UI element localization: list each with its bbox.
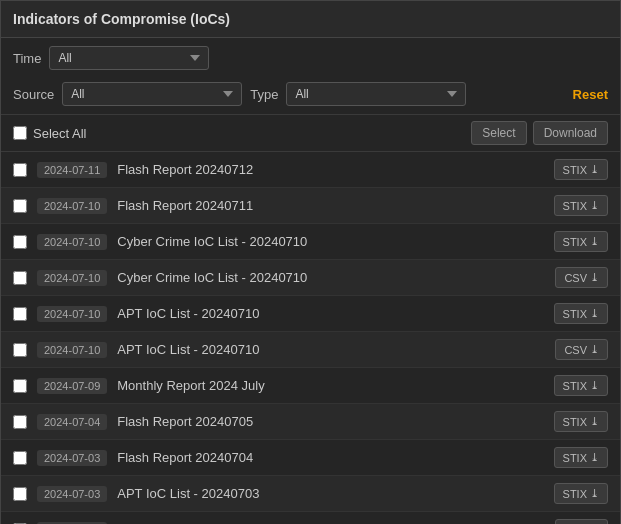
download-format-button[interactable]: STIX ⤓ [554,303,608,324]
row-name: APT IoC List - 20240710 [117,306,543,321]
download-icon: ⤓ [590,487,599,500]
toolbar: Select All Select Download [1,115,620,152]
download-icon: ⤓ [590,379,599,392]
download-format-button[interactable]: CSV ⤓ [555,519,608,524]
row-checkbox[interactable] [13,487,27,501]
row-checkbox[interactable] [13,379,27,393]
row-date: 2024-07-10 [37,198,107,214]
download-icon: ⤓ [590,343,599,356]
panel-title: Indicators of Compromise (IoCs) [1,1,620,38]
table-row: 2024-07-10 Cyber Crime IoC List - 202407… [1,224,620,260]
reset-button[interactable]: Reset [573,87,608,102]
format-label: CSV [564,272,587,284]
download-icon: ⤓ [590,235,599,248]
row-checkbox[interactable] [13,307,27,321]
row-name: APT IoC List - 20240710 [117,342,545,357]
table-row: 2024-07-10 Cyber Crime IoC List - 202407… [1,260,620,296]
row-checkbox[interactable] [13,163,27,177]
row-name: Flash Report 20240704 [117,450,543,465]
source-label: Source [13,87,54,102]
select-button[interactable]: Select [471,121,526,145]
table-row: 2024-07-10 APT IoC List - 20240710 CSV ⤓ [1,332,620,368]
table-row: 2024-07-03 Flash Report 20240704 STIX ⤓ [1,440,620,476]
select-all-checkbox[interactable] [13,126,27,140]
download-format-button[interactable]: STIX ⤓ [554,447,608,468]
download-format-button[interactable]: CSV ⤓ [555,339,608,360]
row-name: Flash Report 20240705 [117,414,543,429]
type-select[interactable]: All [286,82,466,106]
row-date: 2024-07-09 [37,378,107,394]
download-button[interactable]: Download [533,121,608,145]
row-date: 2024-07-10 [37,342,107,358]
row-name: Cyber Crime IoC List - 20240710 [117,234,543,249]
time-label: Time [13,51,41,66]
table-row: 2024-07-04 Flash Report 20240705 STIX ⤓ [1,404,620,440]
table-row: 2024-07-03 APT IoC List - 20240703 CSV ⤓ [1,512,620,524]
download-icon: ⤓ [590,307,599,320]
download-icon: ⤓ [590,199,599,212]
download-format-button[interactable]: STIX ⤓ [554,231,608,252]
format-label: STIX [563,380,587,392]
download-icon: ⤓ [590,451,599,464]
row-date: 2024-07-10 [37,234,107,250]
row-checkbox[interactable] [13,199,27,213]
row-name: Flash Report 20240712 [117,162,543,177]
download-format-button[interactable]: STIX ⤓ [554,375,608,396]
row-checkbox[interactable] [13,271,27,285]
filter-section: Time All Source All Type All Reset [1,38,620,115]
download-icon: ⤓ [590,163,599,176]
row-name: Monthly Report 2024 July [117,378,543,393]
format-label: STIX [563,236,587,248]
row-date: 2024-07-10 [37,270,107,286]
toolbar-buttons: Select Download [471,121,608,145]
source-select[interactable]: All [62,82,242,106]
select-all-label: Select All [33,126,86,141]
table-row: 2024-07-03 APT IoC List - 20240703 STIX … [1,476,620,512]
row-checkbox[interactable] [13,451,27,465]
table-row: 2024-07-10 Flash Report 20240711 STIX ⤓ [1,188,620,224]
table-row: 2024-07-10 APT IoC List - 20240710 STIX … [1,296,620,332]
table-row: 2024-07-09 Monthly Report 2024 July STIX… [1,368,620,404]
format-label: STIX [563,200,587,212]
download-format-button[interactable]: CSV ⤓ [555,267,608,288]
table-container: 2024-07-11 Flash Report 20240712 STIX ⤓ … [1,152,620,524]
select-all-wrap: Select All [13,126,86,141]
download-icon: ⤓ [590,271,599,284]
row-date: 2024-07-11 [37,162,107,178]
format-label: STIX [563,308,587,320]
row-name: APT IoC List - 20240703 [117,486,543,501]
time-select[interactable]: All [49,46,209,70]
table-row: 2024-07-11 Flash Report 20240712 STIX ⤓ [1,152,620,188]
type-label: Type [250,87,278,102]
format-label: STIX [563,164,587,176]
row-date: 2024-07-10 [37,306,107,322]
format-label: STIX [563,416,587,428]
row-date: 2024-07-03 [37,450,107,466]
main-panel: Indicators of Compromise (IoCs) Time All… [0,0,621,524]
download-format-button[interactable]: STIX ⤓ [554,411,608,432]
download-format-button[interactable]: STIX ⤓ [554,159,608,180]
filter-row-time: Time All [13,46,608,70]
filter-row-source-type: Source All Type All Reset [13,82,608,106]
format-label: CSV [564,344,587,356]
download-icon: ⤓ [590,415,599,428]
row-name: Cyber Crime IoC List - 20240710 [117,270,545,285]
row-checkbox[interactable] [13,343,27,357]
format-label: STIX [563,488,587,500]
row-date: 2024-07-04 [37,414,107,430]
download-format-button[interactable]: STIX ⤓ [554,195,608,216]
format-label: STIX [563,452,587,464]
row-checkbox[interactable] [13,235,27,249]
download-format-button[interactable]: STIX ⤓ [554,483,608,504]
row-name: Flash Report 20240711 [117,198,543,213]
row-checkbox[interactable] [13,415,27,429]
row-date: 2024-07-03 [37,486,107,502]
